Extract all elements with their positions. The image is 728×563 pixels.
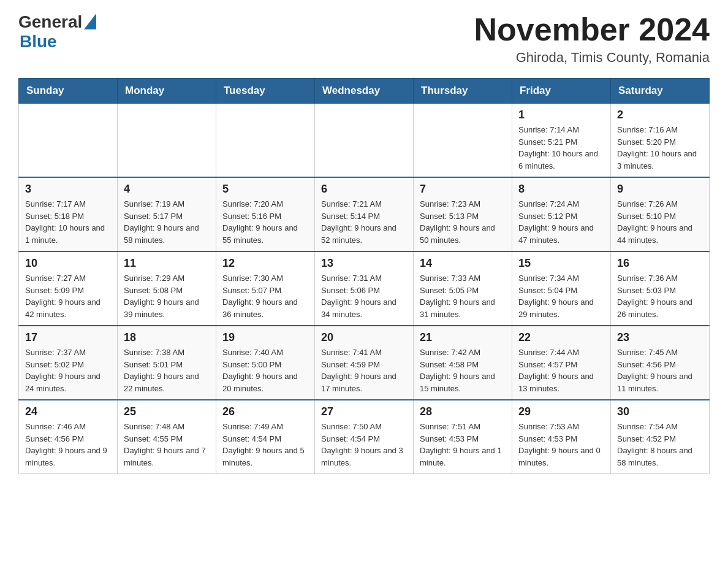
calendar-week-row: 24Sunrise: 7:46 AM Sunset: 4:56 PM Dayli… — [19, 400, 710, 474]
calendar-week-row: 17Sunrise: 7:37 AM Sunset: 5:02 PM Dayli… — [19, 326, 710, 400]
calendar-cell: 2Sunrise: 7:16 AM Sunset: 5:20 PM Daylig… — [611, 104, 710, 178]
calendar-week-row: 3Sunrise: 7:17 AM Sunset: 5:18 PM Daylig… — [19, 177, 710, 251]
day-info: Sunrise: 7:34 AM Sunset: 5:04 PM Dayligh… — [518, 272, 604, 320]
day-number: 12 — [222, 257, 308, 270]
calendar-cell: 21Sunrise: 7:42 AM Sunset: 4:58 PM Dayli… — [414, 326, 512, 400]
title-section: November 2024 Ghiroda, Timis County, Rom… — [474, 12, 710, 66]
day-info: Sunrise: 7:40 AM Sunset: 5:00 PM Dayligh… — [222, 347, 308, 394]
day-number: 19 — [222, 331, 308, 344]
day-info: Sunrise: 7:20 AM Sunset: 5:16 PM Dayligh… — [222, 198, 308, 246]
calendar-week-row: 10Sunrise: 7:27 AM Sunset: 5:09 PM Dayli… — [19, 251, 710, 326]
day-info: Sunrise: 7:26 AM Sunset: 5:10 PM Dayligh… — [617, 198, 703, 246]
day-number: 6 — [321, 183, 407, 196]
day-info: Sunrise: 7:37 AM Sunset: 5:02 PM Dayligh… — [25, 347, 111, 394]
logo: General Blue — [18, 12, 96, 52]
day-number: 21 — [420, 331, 506, 344]
calendar-cell — [414, 104, 512, 178]
day-info: Sunrise: 7:36 AM Sunset: 5:03 PM Dayligh… — [617, 272, 703, 320]
day-number: 14 — [420, 257, 506, 270]
day-info: Sunrise: 7:30 AM Sunset: 5:07 PM Dayligh… — [222, 272, 308, 320]
day-number: 25 — [124, 405, 210, 418]
day-number: 23 — [617, 331, 703, 344]
calendar-cell: 7Sunrise: 7:23 AM Sunset: 5:13 PM Daylig… — [414, 177, 512, 251]
calendar-cell: 22Sunrise: 7:44 AM Sunset: 4:57 PM Dayli… — [512, 326, 611, 400]
day-info: Sunrise: 7:19 AM Sunset: 5:17 PM Dayligh… — [124, 198, 210, 246]
calendar-cell: 3Sunrise: 7:17 AM Sunset: 5:18 PM Daylig… — [19, 177, 118, 251]
calendar-cell: 15Sunrise: 7:34 AM Sunset: 5:04 PM Dayli… — [512, 251, 611, 326]
calendar-cell: 18Sunrise: 7:38 AM Sunset: 5:01 PM Dayli… — [118, 326, 216, 400]
day-info: Sunrise: 7:41 AM Sunset: 4:59 PM Dayligh… — [321, 347, 407, 394]
day-info: Sunrise: 7:16 AM Sunset: 5:20 PM Dayligh… — [617, 124, 703, 172]
day-info: Sunrise: 7:54 AM Sunset: 4:52 PM Dayligh… — [617, 421, 703, 469]
calendar-cell: 6Sunrise: 7:21 AM Sunset: 5:14 PM Daylig… — [315, 177, 414, 251]
calendar-cell: 28Sunrise: 7:51 AM Sunset: 4:53 PM Dayli… — [414, 400, 512, 474]
calendar-cell: 1Sunrise: 7:14 AM Sunset: 5:21 PM Daylig… — [512, 104, 611, 178]
day-number: 30 — [617, 405, 703, 418]
calendar-cell: 12Sunrise: 7:30 AM Sunset: 5:07 PM Dayli… — [216, 251, 315, 326]
calendar-cell: 27Sunrise: 7:50 AM Sunset: 4:54 PM Dayli… — [315, 400, 414, 474]
calendar-cell — [216, 104, 315, 178]
calendar-cell: 8Sunrise: 7:24 AM Sunset: 5:12 PM Daylig… — [512, 177, 611, 251]
calendar-cell: 19Sunrise: 7:40 AM Sunset: 5:00 PM Dayli… — [216, 326, 315, 400]
day-number: 5 — [222, 183, 308, 196]
day-info: Sunrise: 7:31 AM Sunset: 5:06 PM Dayligh… — [321, 272, 407, 320]
day-number: 20 — [321, 331, 407, 344]
calendar-cell: 30Sunrise: 7:54 AM Sunset: 4:52 PM Dayli… — [611, 400, 710, 474]
calendar-week-row: 1Sunrise: 7:14 AM Sunset: 5:21 PM Daylig… — [19, 104, 710, 178]
day-number: 9 — [617, 183, 703, 196]
weekday-header-saturday: Saturday — [611, 79, 710, 104]
logo-triangle-icon — [84, 13, 96, 29]
day-number: 13 — [321, 257, 407, 270]
calendar-cell: 5Sunrise: 7:20 AM Sunset: 5:16 PM Daylig… — [216, 177, 315, 251]
day-number: 10 — [25, 257, 111, 270]
month-title: November 2024 — [474, 12, 710, 47]
location-text: Ghiroda, Timis County, Romania — [474, 50, 710, 66]
calendar-cell — [118, 104, 216, 178]
calendar-cell: 20Sunrise: 7:41 AM Sunset: 4:59 PM Dayli… — [315, 326, 414, 400]
day-info: Sunrise: 7:21 AM Sunset: 5:14 PM Dayligh… — [321, 198, 407, 246]
day-number: 22 — [518, 331, 604, 344]
day-info: Sunrise: 7:17 AM Sunset: 5:18 PM Dayligh… — [25, 198, 111, 246]
day-info: Sunrise: 7:49 AM Sunset: 4:54 PM Dayligh… — [222, 421, 308, 469]
weekday-header-monday: Monday — [118, 79, 216, 104]
day-info: Sunrise: 7:23 AM Sunset: 5:13 PM Dayligh… — [420, 198, 506, 246]
day-number: 15 — [518, 257, 604, 270]
day-number: 24 — [25, 405, 111, 418]
day-number: 4 — [124, 183, 210, 196]
weekday-header-friday: Friday — [512, 79, 611, 104]
calendar-cell — [315, 104, 414, 178]
calendar-header-row: SundayMondayTuesdayWednesdayThursdayFrid… — [19, 79, 710, 104]
calendar-cell: 29Sunrise: 7:53 AM Sunset: 4:53 PM Dayli… — [512, 400, 611, 474]
day-info: Sunrise: 7:38 AM Sunset: 5:01 PM Dayligh… — [124, 347, 210, 394]
day-info: Sunrise: 7:27 AM Sunset: 5:09 PM Dayligh… — [25, 272, 111, 320]
day-info: Sunrise: 7:53 AM Sunset: 4:53 PM Dayligh… — [518, 421, 604, 469]
day-number: 18 — [124, 331, 210, 344]
calendar-cell: 24Sunrise: 7:46 AM Sunset: 4:56 PM Dayli… — [19, 400, 118, 474]
calendar-cell: 4Sunrise: 7:19 AM Sunset: 5:17 PM Daylig… — [118, 177, 216, 251]
weekday-header-sunday: Sunday — [19, 79, 118, 104]
page-header: General Blue November 2024 Ghiroda, Timi… — [18, 12, 710, 66]
day-info: Sunrise: 7:48 AM Sunset: 4:55 PM Dayligh… — [124, 421, 210, 469]
calendar-cell: 14Sunrise: 7:33 AM Sunset: 5:05 PM Dayli… — [414, 251, 512, 326]
day-number: 27 — [321, 405, 407, 418]
day-number: 2 — [617, 109, 703, 121]
weekday-header-tuesday: Tuesday — [216, 79, 315, 104]
calendar-cell: 16Sunrise: 7:36 AM Sunset: 5:03 PM Dayli… — [611, 251, 710, 326]
day-number: 17 — [25, 331, 111, 344]
svg-marker-0 — [84, 13, 96, 29]
calendar-cell: 23Sunrise: 7:45 AM Sunset: 4:56 PM Dayli… — [611, 326, 710, 400]
day-info: Sunrise: 7:33 AM Sunset: 5:05 PM Dayligh… — [420, 272, 506, 320]
day-info: Sunrise: 7:45 AM Sunset: 4:56 PM Dayligh… — [617, 347, 703, 394]
day-number: 16 — [617, 257, 703, 270]
day-info: Sunrise: 7:29 AM Sunset: 5:08 PM Dayligh… — [124, 272, 210, 320]
day-number: 11 — [124, 257, 210, 270]
weekday-header-wednesday: Wednesday — [315, 79, 414, 104]
day-info: Sunrise: 7:50 AM Sunset: 4:54 PM Dayligh… — [321, 421, 407, 469]
calendar-cell: 25Sunrise: 7:48 AM Sunset: 4:55 PM Dayli… — [118, 400, 216, 474]
day-info: Sunrise: 7:42 AM Sunset: 4:58 PM Dayligh… — [420, 347, 506, 394]
calendar-cell: 9Sunrise: 7:26 AM Sunset: 5:10 PM Daylig… — [611, 177, 710, 251]
day-number: 3 — [25, 183, 111, 196]
day-info: Sunrise: 7:14 AM Sunset: 5:21 PM Dayligh… — [518, 124, 604, 172]
day-info: Sunrise: 7:44 AM Sunset: 4:57 PM Dayligh… — [518, 347, 604, 394]
day-info: Sunrise: 7:51 AM Sunset: 4:53 PM Dayligh… — [420, 421, 506, 469]
